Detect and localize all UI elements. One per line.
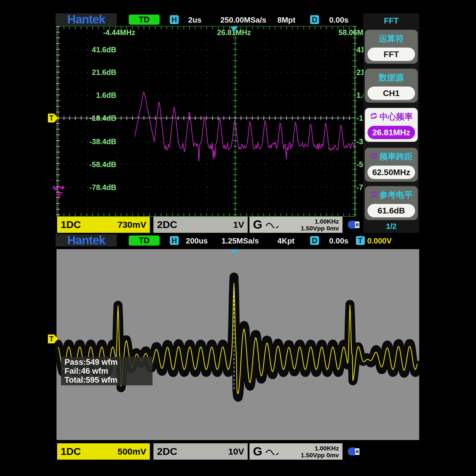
db-label-right: -1 bbox=[356, 114, 363, 122]
fft-menu-sidebar: FFT 运算符 FFT 数据源 CH1 中心频率 26.81MHz 频率跨距 6… bbox=[363, 13, 419, 233]
db-label: 1.6dB bbox=[55, 91, 116, 100]
menu-item-value: 61.6dB bbox=[367, 204, 415, 217]
menu-item-label: 频率跨距 bbox=[379, 151, 413, 162]
menu-item-operator[interactable]: 运算符 FFT bbox=[365, 30, 418, 64]
math-reference-marker: M bbox=[53, 184, 66, 200]
mask-scope-screenshot: Hantek TD H 200us 1.25MSa/s 4Kpt D 0.00s… bbox=[55, 234, 419, 460]
menu-item-label: 参考电平 bbox=[379, 189, 413, 201]
db-label: 41.6dB bbox=[55, 45, 116, 54]
menu-item-label: 运算符 bbox=[379, 33, 404, 44]
fft-spectrum-trace bbox=[135, 92, 354, 162]
menu-item-center-frequency[interactable]: 中心频率 26.81MHz bbox=[365, 108, 418, 142]
menu-item-label: 中心频率 bbox=[379, 111, 413, 122]
menu-item-source[interactable]: 数据源 CH1 bbox=[365, 69, 418, 103]
db-label-right: -5 bbox=[356, 160, 363, 169]
trigger-position-marker[interactable] bbox=[230, 249, 238, 254]
knob-icon bbox=[370, 190, 378, 200]
menu-item-value: 26.81MHz bbox=[367, 126, 415, 139]
total-count: Total:595 wfm bbox=[65, 376, 149, 384]
menu-item-value: 62.50MHz bbox=[367, 166, 415, 179]
freq-label-right: 58.06M bbox=[334, 28, 363, 37]
db-label: -58.4dB bbox=[55, 160, 116, 169]
db-label: -18.4dB bbox=[55, 114, 116, 122]
menu-item-frequency-span[interactable]: 频率跨距 62.50MHz bbox=[365, 148, 418, 182]
db-label-right: -3 bbox=[356, 137, 363, 146]
knob-icon bbox=[370, 152, 378, 162]
pass-fail-statistics: Pass:549 wfm Fail:46 wfm Total:595 wfm bbox=[61, 357, 153, 385]
menu-item-label: 数据源 bbox=[379, 72, 404, 83]
db-label: 21.6dB bbox=[55, 68, 116, 77]
pass-count: Pass:549 wfm bbox=[65, 358, 149, 367]
mask-waveform-layer bbox=[55, 234, 419, 460]
trigger-position-marker[interactable] bbox=[230, 27, 238, 32]
menu-item-value: FFT bbox=[367, 48, 415, 61]
db-label-right: -7 bbox=[356, 183, 363, 192]
menu-page-indicator: 1/2 bbox=[363, 222, 419, 231]
menu-item-value: CH1 bbox=[367, 87, 415, 100]
fail-count: Fail:46 wfm bbox=[65, 367, 149, 376]
menu-title: FFT bbox=[363, 16, 419, 26]
freq-label-left: -4.44MHz bbox=[79, 28, 135, 37]
fft-scope-screenshot: Hantek TD H 2us 250.00MSa/s 8Mpt D 0.00s bbox=[55, 13, 419, 233]
knob-icon bbox=[370, 112, 378, 122]
db-label: -38.4dB bbox=[55, 137, 116, 146]
menu-item-reference-level[interactable]: 参考电平 61.6dB bbox=[365, 186, 418, 220]
svg-text:M: M bbox=[53, 184, 58, 191]
screenshot-root: { "colors":{"accent_green":"#15d615","ac… bbox=[0, 0, 476, 476]
